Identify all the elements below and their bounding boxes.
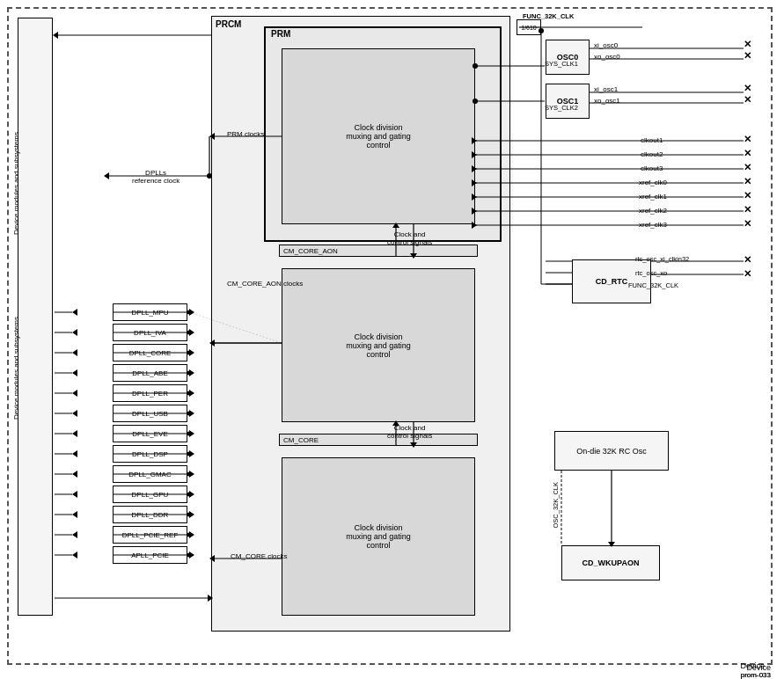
xi-osc0-label: xi_osc0 [594, 41, 618, 49]
dpll-box-apll-pcie: APLL_PCIE [113, 546, 187, 564]
osc1-box: OSC1 [546, 84, 590, 119]
xi-osc0-xmark: ✕ [744, 39, 751, 50]
dpll-box-dpll-gpu: DPLL_GPU [113, 486, 187, 503]
dpll-box-dpll-abe: DPLL_ABE [113, 364, 187, 382]
ondie-osc-box: On-die 32K RC Osc [554, 431, 669, 471]
dpll-box-dpll-gmac: DPLL_GMAC [113, 465, 187, 483]
clkout2-label: clkout2 [641, 150, 663, 158]
clock-control-1-label: Clock andcontrol signals [387, 230, 432, 246]
clock-div-box-1: Clock divisionmuxing and gatingcontrol [282, 48, 475, 224]
device-modules-label: Device modules and subsystems [12, 317, 20, 420]
cm-core-text: CM_CORE [283, 436, 319, 444]
xref-clk3-label: xref_clk3 [639, 221, 667, 229]
rtc-xi-label: rtc_osc_xi_clkin32 [635, 255, 689, 263]
dpll-box-dpll-usb: DPLL_USB [113, 405, 187, 422]
device-modules-text: Device modules and subsystems [12, 132, 20, 235]
clock-div-text-2: Clock divisionmuxing and gatingcontrol [346, 332, 411, 359]
sys-clk2-label: SYS_CLK2 [545, 104, 578, 112]
dpll-box-dpll-dsp: DPLL_DSP [113, 445, 187, 463]
prm-label: PRM [271, 29, 290, 39]
xref-clk2-xmark: ✕ [744, 204, 751, 215]
clock-control-2-label: Clock andcontrol signals [387, 424, 432, 440]
xo-osc1-label: xo_osc1 [594, 97, 620, 105]
dpll-box-dpll-per: DPLL_PER [113, 384, 187, 402]
clock-div-box-3: Clock divisionmuxing and gatingcontrol [282, 457, 475, 616]
func-32k-clk-rtc-label: FUNC_32K_CLK [628, 281, 678, 289]
xo-osc0-xmark: ✕ [744, 50, 751, 62]
xref-clk1-label: xref_clk1 [639, 193, 667, 201]
cd-rtc-label: CD_RTC [596, 277, 628, 286]
cm-core-aon-text: CM_CORE_AON [283, 247, 338, 255]
dpll-box-dpll-ddr: DPLL_DDR [113, 506, 187, 523]
xref-clk0-label: xref_clk0 [639, 179, 667, 186]
xref-clk3-xmark: ✕ [744, 218, 751, 230]
osc-32k-clk-label: OSC_32K_CLK [552, 482, 560, 529]
xref-clk2-label: xref_clk2 [639, 207, 667, 215]
dpll-box-dpll-pcie-ref: DPLL_PCIE_REF [113, 526, 187, 544]
sys-clk1-label: SYS_CLK1 [545, 60, 578, 68]
divider-box: 1/610 [517, 19, 541, 35]
xi-osc1-xmark: ✕ [744, 83, 751, 94]
xo-osc1-xmark: ✕ [744, 94, 751, 106]
cm-core-label: CM_CORE [279, 434, 478, 446]
device-label: Device [740, 661, 765, 670]
cd-wkupaon-label: CD_WKUPAON [583, 559, 640, 567]
osc0-box: OSC0 [546, 40, 590, 75]
clkout1-xmark: ✕ [744, 134, 751, 145]
prm-clocks-label: PRM clocks [227, 130, 264, 138]
rtc-xi-xmark: ✕ [744, 254, 751, 266]
dpll-box-dpll-core: DPLL_CORE [113, 344, 187, 361]
rtc-xo-xmark: ✕ [744, 268, 751, 280]
clkout3-xmark: ✕ [744, 162, 751, 173]
prcm-label: PRCM [216, 19, 241, 29]
dpll-box-dpll-mpu: DPLL_MPU [113, 303, 187, 321]
dpll-box-dpll-eve: DPLL_EVE [113, 425, 187, 442]
xref-clk1-xmark: ✕ [744, 190, 751, 201]
xo-osc0-label: xo_osc0 [594, 53, 620, 61]
rtc-xo-label: rtc_osc_xo [635, 269, 667, 277]
device-modules-box [18, 18, 53, 616]
clkout3-label: clkout3 [641, 164, 663, 172]
clock-div-text-3: Clock divisionmuxing and gatingcontrol [346, 523, 411, 550]
cm-core-clocks-label: CM_CORE clocks [231, 552, 287, 560]
dplls-ref-label: DPLLsreference clock [132, 169, 180, 185]
dpll-box-dpll-iva: DPLL_IVA [113, 324, 187, 341]
xi-osc1-label: xi_osc1 [594, 85, 618, 93]
cm-core-aon-clocks-label: CM_CORE_AON clocks [227, 280, 303, 288]
clock-div-box-2: Clock divisionmuxing and gatingcontrol [282, 268, 475, 422]
clock-div-text-1: Clock divisionmuxing and gatingcontrol [346, 123, 411, 150]
divider-label: 1/610 [521, 25, 537, 31]
xref-clk0-xmark: ✕ [744, 176, 751, 187]
prom-label-bottom: prom-033 [741, 671, 771, 679]
clkout2-xmark: ✕ [744, 148, 751, 159]
cd-wkupaon-box: CD_WKUPAON [561, 545, 660, 580]
clkout1-label: clkout1 [641, 136, 663, 144]
ondie-osc-label: On-die 32K RC Osc [576, 447, 647, 456]
cm-core-aon-label: CM_CORE_AON [279, 245, 478, 257]
func-32k-clk-label: FUNC_32K_CLK [523, 12, 574, 20]
